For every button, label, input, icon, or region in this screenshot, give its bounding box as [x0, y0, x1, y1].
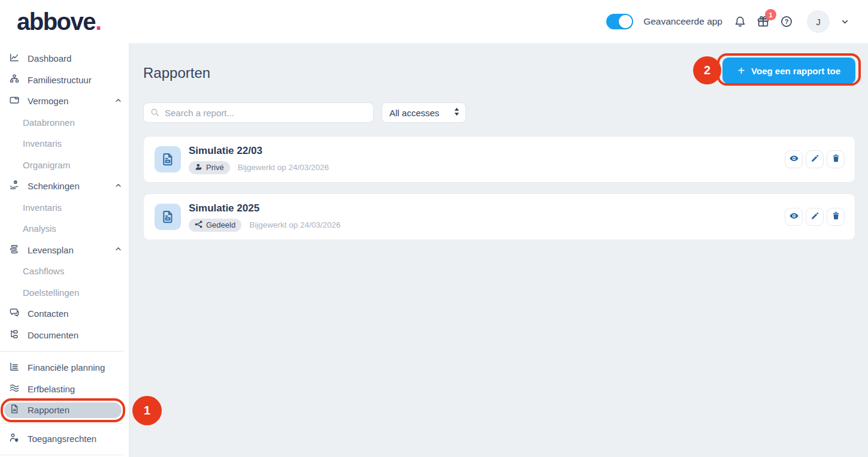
sidebar-item-inventaris-schenkingen[interactable]: Inventaris [0, 197, 129, 219]
report-card: Simulatie 22/03 Privé Bijgewerkt op [143, 136, 855, 183]
chat-bubbles-icon [9, 307, 20, 320]
sidebar-item-contacten[interactable]: Contacten [0, 303, 129, 325]
advanced-app-label: Geavanceerde app [643, 16, 722, 27]
sidebar-item-label: Levensplan [28, 245, 74, 255]
annotation-step-1: 1 [132, 396, 162, 425]
sidebar-item-cashflows[interactable]: Cashflows [0, 261, 129, 282]
search-icon [150, 107, 160, 120]
person-icon [195, 163, 202, 172]
edit-report-button[interactable] [806, 208, 824, 226]
sidebar-item-documenten[interactable]: Documenten [0, 325, 129, 346]
sidebar-item-label: Erfbelasting [28, 384, 75, 394]
chevron-up-icon[interactable] [114, 244, 123, 255]
share-icon [195, 220, 202, 230]
donation-icon [9, 180, 20, 192]
layers-waves-icon [9, 383, 20, 395]
family-tree-icon [9, 74, 20, 86]
view-report-button[interactable] [785, 150, 803, 168]
updated-date: Bijgewerkt op 24/03/2026 [249, 220, 340, 229]
sidebar-item-rapporten[interactable]: Rapporten [4, 402, 122, 419]
select-spinner-icon [453, 107, 461, 118]
report-document-icon [155, 146, 181, 172]
plus-icon: + [737, 65, 745, 77]
sidebar-item-databronnen[interactable]: Databronnen [0, 112, 129, 134]
sidebar-item-organigram[interactable]: Organigram [0, 155, 129, 176]
delete-report-button[interactable] [827, 208, 845, 226]
sidebar-divider [0, 423, 123, 423]
page-title: Rapporten [143, 65, 210, 81]
access-filter-select[interactable]: All accesses [382, 102, 466, 123]
pencil-icon [810, 211, 819, 222]
gift-notification-badge: 1 [765, 9, 776, 20]
report-document-icon [9, 404, 20, 416]
sidebar-item-doelstellingen[interactable]: Doelstellingen [0, 282, 129, 304]
notifications-bell-icon[interactable] [734, 16, 746, 28]
sidebar-item-label: Dashboard [28, 53, 71, 63]
delete-report-button[interactable] [827, 150, 845, 168]
sidebar-item-inventaris-vermogen[interactable]: Inventaris [0, 133, 129, 155]
access-badge-prive: Privé [189, 161, 230, 174]
eye-icon [789, 211, 799, 223]
add-report-button[interactable]: + Voeg een rapport toe [722, 57, 855, 84]
chevron-down-icon[interactable] [840, 17, 850, 27]
updated-date: Bijgewerkt op 24/03/2026 [238, 163, 329, 172]
add-report-button-label: Voeg een rapport toe [751, 66, 840, 76]
sidebar-item-schenkingen[interactable]: Schenkingen [0, 175, 129, 197]
sidebar-item-erfbelasting[interactable]: Erfbelasting [0, 379, 129, 400]
wallet-icon [9, 95, 20, 107]
gift-icon[interactable]: 1 [757, 15, 770, 28]
sidebar-item-vermogen[interactable]: Vermogen [0, 90, 129, 112]
svg-text:?: ? [785, 18, 789, 25]
chevron-up-icon[interactable] [114, 181, 123, 192]
sidebar-item-financiele-planning[interactable]: Financiële planning [0, 357, 129, 379]
toggle-knob [619, 15, 632, 28]
sidebar-item-familiestructuur[interactable]: Familiestructuur [0, 69, 129, 91]
main-content: Rapporten + Voeg een rapport toe All acc… [129, 43, 868, 457]
sidebar-divider [0, 351, 123, 352]
sidebar-item-label: Financiële planning [28, 362, 105, 373]
sidebar-item-label: Toegangsrechten [28, 434, 96, 444]
avatar[interactable]: J [807, 10, 830, 33]
report-card: Simulatie 2025 Gedeeld Bijgewerkt o [143, 193, 855, 240]
trash-icon [831, 154, 840, 165]
sidebar-item-label: Schenkingen [28, 181, 80, 191]
access-badge-gedeeld: Gedeeld [189, 219, 241, 232]
logo-dot: . [95, 8, 101, 35]
access-filter-value: All accesses [389, 108, 439, 118]
sidebar-item-label: Familiestructuur [28, 75, 92, 85]
chevron-up-icon[interactable] [114, 96, 123, 107]
trash-icon [831, 211, 840, 222]
pencil-icon [810, 154, 819, 165]
search-report-input[interactable] [143, 102, 374, 123]
dashboard-chart-icon [9, 52, 20, 65]
sidebar-item-toegangsrechten[interactable]: Toegangsrechten [0, 428, 129, 450]
sidebar-item-dashboard[interactable]: Dashboard [0, 48, 129, 69]
sidebar-item-label: Vermogen [28, 96, 68, 106]
sidebar-item-analysis[interactable]: Analysis [0, 218, 129, 240]
advanced-app-toggle[interactable] [606, 14, 633, 29]
report-document-icon [155, 204, 181, 230]
sidebar-item-label: Documenten [28, 330, 78, 340]
document-tree-icon [9, 329, 20, 341]
badge-label: Privé [206, 163, 224, 172]
user-shield-icon [9, 432, 20, 445]
badge-label: Gedeeld [206, 220, 235, 229]
financial-chart-icon [9, 361, 20, 374]
top-header: abbove. Geavanceerde app 1 ? J [0, 0, 868, 43]
life-plan-icon [9, 244, 20, 256]
sidebar-item-label: Rapporten [28, 405, 69, 415]
annotation-step-2: 2 [693, 56, 721, 84]
app-logo: abbove. [17, 10, 101, 34]
sidebar-item-label: Contacten [28, 308, 68, 319]
report-title: Simulatie 22/03 [189, 145, 329, 157]
sidebar-divider [0, 455, 123, 455]
eye-icon [789, 153, 799, 165]
help-icon[interactable]: ? [780, 15, 793, 28]
edit-report-button[interactable] [806, 150, 824, 168]
sidebar-item-levensplan[interactable]: Levensplan [0, 240, 129, 261]
view-report-button[interactable] [785, 208, 803, 226]
sidebar: Dashboard Familiestructuur Vermogen [0, 43, 129, 457]
report-title: Simulatie 2025 [189, 202, 341, 214]
